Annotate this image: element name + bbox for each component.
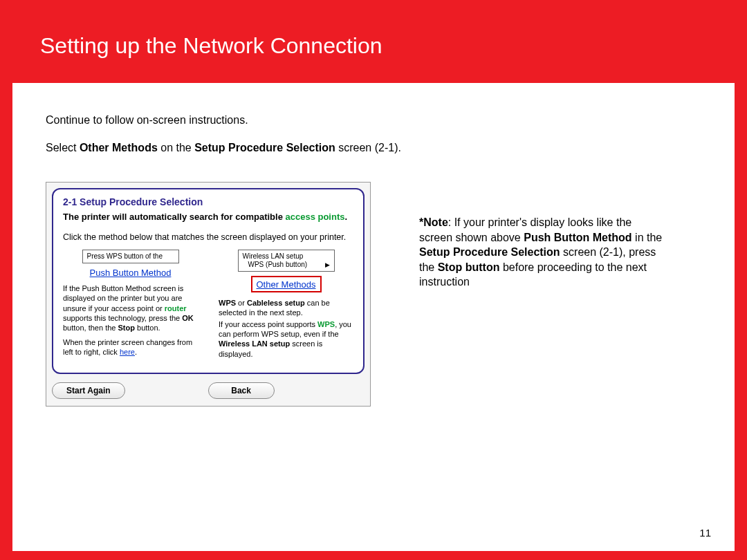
methods-row: Press WPS button of the Push Button Meth… xyxy=(63,250,353,359)
text-bold: *Note xyxy=(419,216,448,228)
push-button-method-link[interactable]: Push Button Method xyxy=(90,268,172,278)
lcd-text: Press WPS button of the xyxy=(87,252,174,261)
text-bold: Wireless LAN setup xyxy=(219,339,290,348)
lcd-row2: WPS (Push button)▶ xyxy=(243,261,330,269)
lcd-preview-left: Press WPS button of the xyxy=(82,250,179,263)
text: button, then the xyxy=(63,324,118,332)
lcd-text: Wireless LAN setup xyxy=(243,252,330,261)
text-green: access points xyxy=(285,212,344,222)
text: button. xyxy=(135,324,160,332)
screenshot-figure: 2-1 Setup Procedure Selection The printe… xyxy=(46,182,371,407)
text-green: WPS xyxy=(317,320,335,328)
panel-heading: 2-1 Setup Procedure Selection xyxy=(63,196,353,207)
text-bold: Cableless setup xyxy=(247,299,305,307)
text: The printer will automatically search fo… xyxy=(63,212,285,222)
method-other: Wireless LAN setup WPS (Push button)▶ Ot… xyxy=(219,250,353,359)
lcd-text: WPS (Push button) xyxy=(248,261,308,269)
method-desc-left: If the Push Button Method screen is disp… xyxy=(63,283,198,357)
text: supports this technology, press the xyxy=(63,314,182,322)
text: on the xyxy=(158,142,194,153)
text-bold: WPS xyxy=(219,299,236,307)
text: If your access point supports xyxy=(219,320,317,328)
here-link[interactable]: here xyxy=(120,348,135,356)
side-note: *Note: If your printer's display looks l… xyxy=(419,215,665,290)
text: or xyxy=(236,299,247,307)
text-bold: Stop button xyxy=(438,261,500,273)
triangle-right-icon: ▶ xyxy=(325,261,330,269)
lcd-preview-right: Wireless LAN setup WPS (Push button)▶ xyxy=(238,250,335,272)
text-green: router xyxy=(165,304,187,312)
content-row: 2-1 Setup Procedure Selection The printe… xyxy=(46,182,701,407)
text-bold: Stop xyxy=(118,324,135,332)
text-bold: OK xyxy=(182,314,194,322)
text-bold: Other Methods xyxy=(80,142,158,153)
text-bold: Setup Procedure Selection xyxy=(194,142,335,153)
page-title: Setting up the Network Connection xyxy=(40,33,382,59)
panel-instruction: Click the method below that matches the … xyxy=(63,232,353,243)
text: screen (2-1). xyxy=(335,142,401,153)
text-bold: Push Button Method xyxy=(524,232,631,243)
text: in the xyxy=(632,232,663,243)
setup-panel: 2-1 Setup Procedure Selection The printe… xyxy=(52,188,365,374)
page-number: 11 xyxy=(699,527,711,539)
back-button[interactable]: Back xyxy=(208,382,275,399)
slide: Setting up the Network Connection Contin… xyxy=(12,8,735,551)
text: Select xyxy=(46,142,80,153)
other-methods-link[interactable]: Other Methods xyxy=(257,279,316,290)
intro-line-1: Continue to follow on-screen instruction… xyxy=(46,114,701,127)
intro-line-2: Select Other Methods on the Setup Proced… xyxy=(46,142,701,154)
method-push-button: Press WPS button of the Push Button Meth… xyxy=(63,250,198,359)
button-row: Start Again Back xyxy=(52,380,365,400)
panel-subheading: The printer will automatically search fo… xyxy=(63,212,353,223)
text: . xyxy=(135,348,137,356)
start-again-button[interactable]: Start Again xyxy=(52,382,125,399)
text-bold: Setup Procedure Selection xyxy=(419,246,560,258)
title-bar: Setting up the Network Connection xyxy=(12,8,735,83)
content-area: Continue to follow on-screen instruction… xyxy=(12,83,735,551)
method-desc-right: WPS or Cableless setup can be selected i… xyxy=(219,298,353,359)
text: . xyxy=(344,212,347,222)
highlight-box: Other Methods xyxy=(251,276,322,292)
